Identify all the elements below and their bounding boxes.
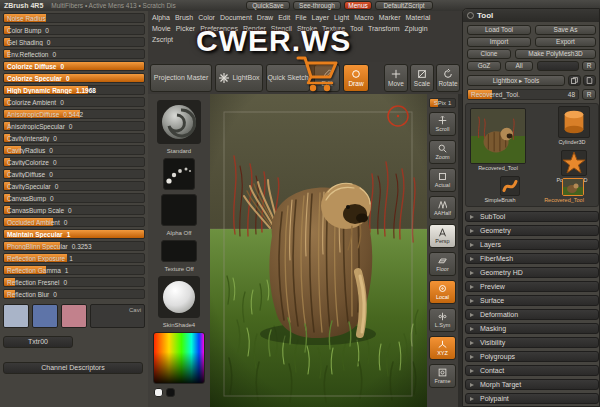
menu-item[interactable]: Draw [257,14,273,21]
scroll-button[interactable]: Scroll [429,112,456,136]
tool-section[interactable]: Morph Target [465,379,599,390]
menu-item[interactable]: Material [405,14,430,21]
texture-thumbnail[interactable] [161,240,197,262]
lightbox-button[interactable]: LightBox [215,64,263,92]
alpha-thumbnail[interactable] [161,194,197,226]
main-color-swatch[interactable] [154,388,163,397]
material-slider[interactable]: CavityIntensity0 [3,133,145,143]
material-slider[interactable]: Colorize Diffuse0 [3,61,145,71]
material-slider[interactable]: Gel Shading0 [3,37,145,47]
polymesh3d-thumbnail[interactable] [561,150,587,176]
tool-section[interactable]: Deformation [465,309,599,320]
tool-section[interactable]: Preview [465,281,599,292]
tool-section[interactable]: Layers [465,239,599,250]
active-tool-slider[interactable]: Recovered_Tool. 48 [467,89,579,100]
clone-button[interactable]: Clone [467,49,511,59]
material-slider[interactable]: CavitySpecular0 [3,181,145,191]
material-slider[interactable]: Reflection Fresnel0 [3,277,145,287]
material-slider[interactable]: Env.Reflection0 [3,49,145,59]
menu-item[interactable]: Document [220,14,252,21]
material-slider[interactable]: Reflection Blur0 [3,289,145,299]
material-slider[interactable]: PhongBlinn Specular0.3253 [3,241,145,251]
draw-button[interactable]: Draw [343,64,369,92]
material-slider[interactable]: CavityRadius0 [3,145,145,155]
material-slider[interactable]: AnisotropicDiffuse0.5442 [3,109,145,119]
cylinder3d-thumbnail[interactable] [558,106,590,138]
stroke-thumbnail[interactable] [163,158,195,190]
channel-color-swatch[interactable] [61,304,87,328]
make-polymesh3d-button[interactable]: Make PolyMesh3D [515,49,596,59]
material-slider[interactable]: CanvasBump0 [3,193,145,203]
menu-item[interactable]: Layer [312,14,330,21]
material-slider[interactable]: CavityColorize0 [3,157,145,167]
material-slider[interactable]: Color Bump0 [3,25,145,35]
lightbox-tools-button[interactable]: Lightbox ▸ Tools [467,75,565,86]
goz-r-button[interactable]: R [582,61,596,71]
menu-item[interactable]: Brush [175,14,193,21]
menu-item[interactable]: Zplugin [405,25,428,32]
lsym-button[interactable]: L.Sym [429,308,456,332]
tool-palette-header[interactable]: Tool [463,9,599,22]
current-tool-thumbnail[interactable] [470,108,526,164]
export-button[interactable]: Export [535,37,596,47]
simplebrush-thumbnail[interactable] [500,176,520,196]
tool-section[interactable]: SubTool [465,211,599,222]
tool-section[interactable]: Geometry HD [465,267,599,278]
recovered-tool-thumbnail[interactable] [562,178,584,196]
document-canvas[interactable] [210,94,427,407]
current-brush-thumbnail[interactable] [157,100,201,144]
menu-item[interactable]: Tool [350,25,363,32]
copy-tool-button[interactable] [568,75,581,86]
material-slider[interactable]: Maintain Specular1 [3,229,145,239]
material-slider[interactable]: Occluded Ambient0 [3,217,145,227]
menu-item[interactable]: File [295,14,306,21]
tool-section[interactable]: FiberMesh [465,253,599,264]
menu-item[interactable]: Macro [354,14,373,21]
tool-section[interactable]: Visibility [465,337,599,348]
tool-section[interactable]: Polygroups [465,351,599,362]
move-button[interactable]: Move [384,64,408,92]
channel-descriptors-button[interactable]: Channel Descriptors [3,362,143,374]
frame-button[interactable]: Frame [429,364,456,388]
material-slider[interactable]: Colorize Ambient0 [3,97,145,107]
local-button[interactable]: Local [429,280,456,304]
save-as-button[interactable]: Save As [535,25,596,35]
material-slider[interactable]: Reflection Gamma1 [3,265,145,275]
spix-slider[interactable]: SPix 1 [429,98,456,108]
menu-item[interactable]: Color [198,14,215,21]
material-slider[interactable]: Colorize Specular0 [3,73,145,83]
see-through-slider[interactable]: See-through [293,1,341,10]
actual-size-button[interactable]: Actual [429,168,456,192]
load-tool-button[interactable]: Load Tool [467,25,531,35]
menus-button[interactable]: Menus [344,1,372,10]
menu-item[interactable]: Light [334,14,349,21]
material-slider[interactable]: CavityDiffuse0 [3,169,145,179]
tool-section[interactable]: Masking [465,323,599,334]
projection-master-button[interactable]: Projection Master [150,64,212,92]
material-thumbnail[interactable] [158,276,200,318]
material-slider[interactable]: AnisotropicSpecular0 [3,121,145,131]
material-slider[interactable]: High Dynamic Range1.1968 [3,85,145,95]
goz-button[interactable]: GoZ [467,61,501,71]
menu-item[interactable]: Marker [379,14,401,21]
goz-all-button[interactable]: All [505,61,533,71]
material-slider[interactable]: Reflection Exposure1 [3,253,145,263]
aahalf-button[interactable]: AAHalf [429,196,456,220]
rotate-button[interactable]: Rotate [436,64,460,92]
quicksave-button[interactable]: QuickSave [246,1,290,10]
menu-item[interactable]: Movie [152,25,171,32]
tool-section[interactable]: Surface [465,295,599,306]
cavity-swatch[interactable]: Cavi [90,304,145,328]
texture-slot-button[interactable]: Txtr00 [3,336,73,348]
paste-tool-button[interactable] [583,75,596,86]
tool-section[interactable]: Geometry [465,225,599,236]
default-zscript-button[interactable]: DefaultZScript [375,1,433,10]
zoom-button[interactable]: Zoom [429,140,456,164]
xyz-button[interactable]: XYZ [429,336,456,360]
menu-item[interactable]: Transform [368,25,400,32]
scale-button[interactable]: Scale [410,64,434,92]
persp-button[interactable]: Persp [429,224,456,248]
secondary-color-swatch[interactable] [166,388,175,397]
floor-button[interactable]: Floor [429,252,456,276]
goz-visible-button[interactable] [537,61,579,71]
